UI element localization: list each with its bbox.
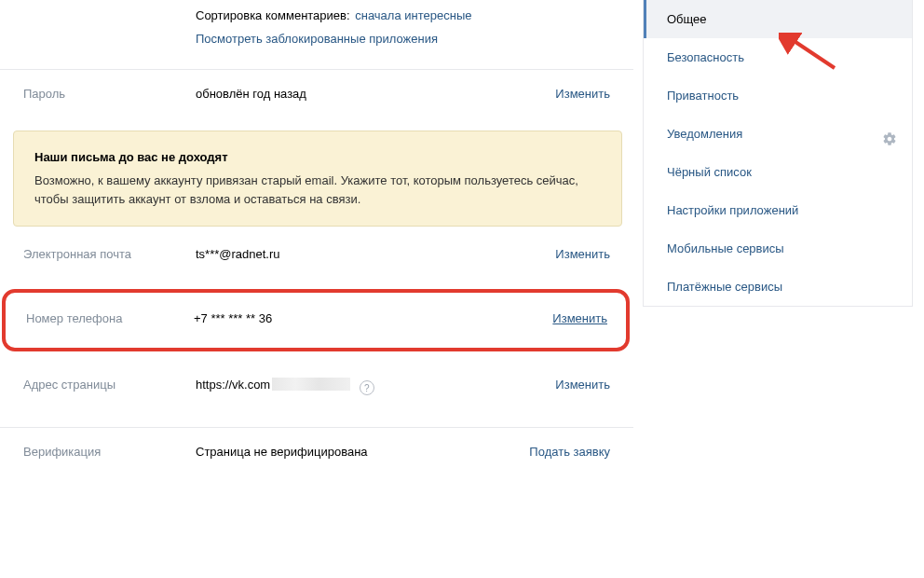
email-value: ts***@radnet.ru (196, 247, 555, 261)
verification-row: Верификация Страница не верифицирована П… (0, 427, 633, 475)
phone-row-highlight: Номер телефона +7 *** *** ** 36 Изменить (2, 289, 630, 351)
sidebar-item-privacy[interactable]: Приватность (644, 76, 912, 115)
page-address-label: Адрес страницы (23, 378, 196, 392)
top-settings-block: Сортировка комментариев: сначала интерес… (0, 0, 633, 69)
phone-change-link[interactable]: Изменить (552, 311, 607, 325)
sidebar-item-security[interactable]: Безопасность (644, 38, 912, 76)
help-icon[interactable]: ? (360, 380, 374, 395)
page-address-row: Адрес страницы https://vk.com ? Изменить (0, 357, 633, 413)
password-change-link[interactable]: Изменить (555, 87, 610, 101)
page-address-url: https://vk.com (196, 378, 270, 392)
verification-label: Верификация (23, 445, 196, 459)
page-address-value: https://vk.com ? (196, 378, 555, 396)
email-warning-box: Наши письма до вас не доходят Возможно, … (13, 131, 622, 226)
password-label: Пароль (23, 87, 196, 101)
sidebar-item-mobile[interactable]: Мобильные сервисы (644, 229, 912, 268)
verification-apply-link[interactable]: Подать заявку (529, 445, 610, 459)
sidebar-item-payments[interactable]: Платёжные сервисы (644, 268, 912, 306)
warning-text: Возможно, к вашему аккаунту привязан ста… (34, 172, 601, 209)
gear-icon[interactable] (882, 131, 897, 149)
sidebar-item-app-settings[interactable]: Настройки приложений (644, 191, 912, 229)
email-change-link[interactable]: Изменить (555, 247, 610, 261)
warning-title: Наши письма до вас не доходят (34, 148, 601, 167)
settings-sidebar: Общее Безопасность Приватность Уведомлен… (643, 0, 913, 307)
phone-value: +7 *** *** ** 36 (194, 311, 552, 325)
blocked-apps-link[interactable]: Посмотреть заблокированные приложения (196, 32, 438, 46)
email-label: Электронная почта (23, 247, 196, 261)
verification-value: Страница не верифицирована (196, 445, 529, 459)
page-id-blurred (272, 378, 350, 391)
sidebar-item-blacklist[interactable]: Чёрный список (644, 153, 912, 191)
sidebar-item-general[interactable]: Общее (644, 0, 912, 38)
settings-main-panel: Сортировка комментариев: сначала интерес… (0, 0, 633, 578)
sidebar-item-notifications[interactable]: Уведомления (644, 115, 912, 153)
password-value: обновлён год назад (196, 87, 555, 101)
page-address-change-link[interactable]: Изменить (555, 378, 610, 392)
comment-sort-value[interactable]: сначала интересные (355, 8, 471, 22)
phone-label: Номер телефона (26, 311, 194, 325)
password-row: Пароль обновлён год назад Изменить (0, 69, 633, 117)
email-row: Электронная почта ts***@radnet.ru Измени… (0, 243, 633, 278)
comment-sort-label: Сортировка комментариев: (196, 8, 350, 22)
